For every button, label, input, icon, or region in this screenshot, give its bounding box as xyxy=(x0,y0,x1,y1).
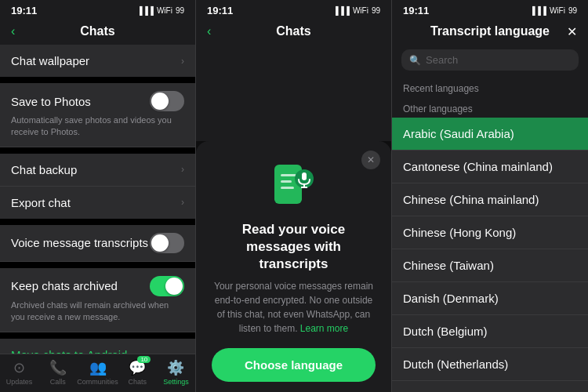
lang-chinese-taiwan[interactable]: Chinese (Taiwan) xyxy=(392,249,588,282)
spacer-4 xyxy=(0,262,195,268)
communities-icon: 👥 xyxy=(89,359,107,376)
header-1: ‹ Chats xyxy=(0,20,195,45)
wifi-icon-1: WiFi xyxy=(157,6,172,15)
section-group-5: Keep chats archived Archived chats will … xyxy=(0,268,195,332)
save-to-photos-desc: Automatically save photos and videos you… xyxy=(11,114,184,139)
toggle-row-2: Voice message transcripts xyxy=(11,233,184,253)
lang-dutch-belgium[interactable]: Dutch (Belgium) xyxy=(392,315,588,348)
tab-communities[interactable]: 👥 Communities xyxy=(77,359,118,386)
popup-overlay: ✕ Read your voice messages with transcri… xyxy=(196,141,391,392)
lang-dutch-netherlands[interactable]: Dutch (Netherlands) xyxy=(392,348,588,381)
export-chat-item[interactable]: Export chat › xyxy=(0,187,195,219)
tab-updates[interactable]: ⊙ Updates xyxy=(0,359,38,386)
tab-chats[interactable]: 💬 10 Chats xyxy=(118,359,157,386)
move-android-label: Move chats to Android xyxy=(11,348,127,354)
battery-icon-1: 99 xyxy=(176,6,184,15)
search-bar: 🔍 xyxy=(401,49,579,71)
lang-danish[interactable]: Danish (Denmark) xyxy=(392,282,588,315)
popup-close-button[interactable]: ✕ xyxy=(361,151,380,169)
keep-archived-label: Keep chats archived xyxy=(11,279,118,292)
search-input[interactable] xyxy=(426,54,571,66)
export-chat-label: Export chat xyxy=(11,196,181,209)
status-bar-3: 19:11 ▐▐▐ WiFi 99 xyxy=(392,0,588,20)
tab-bar-1: ⊙ Updates 📞 Calls 👥 Communities 💬 10 Cha… xyxy=(0,354,195,392)
search-container: 🔍 xyxy=(392,45,588,77)
section-group-6: Move chats to Android Transfer chats to … xyxy=(0,339,195,354)
other-languages-header: Other languages xyxy=(392,97,588,118)
tab-calls[interactable]: 📞 Calls xyxy=(38,359,77,386)
panel-chats-popup: 19:11 ▐▐▐ WiFi 99 ‹ Chats Chat wallpaper… xyxy=(196,0,392,392)
lang-cantonese-china[interactable]: Cantonese (China mainland) xyxy=(392,151,588,183)
spacer-3 xyxy=(0,219,195,225)
toggle-knob-2 xyxy=(151,234,169,252)
status-time-3: 19:11 xyxy=(403,5,429,16)
svg-rect-1 xyxy=(281,174,296,176)
chat-wallpaper-label: Chat wallpaper xyxy=(11,54,181,67)
chats-badge-wrapper: 💬 10 xyxy=(129,359,146,376)
move-android-item[interactable]: Move chats to Android xyxy=(0,339,195,354)
header-title-3: Transcript language xyxy=(430,24,550,38)
chat-backup-label: Chat backup xyxy=(11,163,181,176)
battery-icon-2: 99 xyxy=(372,6,380,15)
lang-chinese-hongkong[interactable]: Chinese (Hong Kong) xyxy=(392,216,588,249)
settings-label: Settings xyxy=(163,378,189,386)
tab-settings[interactable]: ⚙️ Settings xyxy=(157,359,195,386)
popup-icon xyxy=(267,157,321,212)
close-button-3[interactable]: ✕ xyxy=(567,24,577,39)
wifi-icon-2: WiFi xyxy=(353,6,368,15)
panel-chats-settings: 19:11 ▐▐▐ WiFi 99 ‹ Chats Chat wallpaper… xyxy=(0,0,196,392)
status-time-2: 19:11 xyxy=(207,5,233,16)
popup-desc: Your personal voice messages remain end-… xyxy=(212,279,376,336)
voice-transcripts-label: Voice message transcripts xyxy=(11,236,148,249)
export-chat-chevron: › xyxy=(181,197,184,208)
updates-label: Updates xyxy=(6,378,33,386)
settings-list-1: Chat wallpaper › Save to Photos Automati… xyxy=(0,45,195,354)
lang-english-australia[interactable]: English (Australia) xyxy=(392,381,588,392)
status-bar-2: 19:11 ▐▐▐ WiFi 99 xyxy=(196,0,391,20)
learn-more-link[interactable]: Learn more xyxy=(300,323,348,334)
header-2: ‹ Chats xyxy=(196,20,391,45)
choose-language-button[interactable]: Choose language xyxy=(212,348,376,382)
section-group-2: Save to Photos Automatically save photos… xyxy=(0,83,195,147)
chat-wallpaper-item[interactable]: Chat wallpaper › xyxy=(0,45,195,77)
settings-icon: ⚙️ xyxy=(167,359,184,376)
communities-label: Communities xyxy=(77,378,118,386)
save-to-photos-toggle[interactable] xyxy=(150,91,184,111)
section-group-4: Voice message transcripts xyxy=(0,225,195,262)
chat-backup-item[interactable]: Chat backup › xyxy=(0,154,195,187)
wifi-icon-3: WiFi xyxy=(550,6,565,15)
popup-title: Read your voice messages with transcript… xyxy=(212,221,376,273)
recent-languages-header: Recent languages xyxy=(392,77,588,97)
voice-transcripts-item: Voice message transcripts xyxy=(0,225,195,262)
keep-archived-item: Keep chats archived Archived chats will … xyxy=(0,268,195,332)
battery-icon-3: 99 xyxy=(568,6,577,15)
spacer-2 xyxy=(0,147,195,154)
keep-archived-toggle[interactable] xyxy=(150,276,184,296)
back-button-2[interactable]: ‹ xyxy=(207,24,211,38)
save-to-photos-item: Save to Photos Automatically save photos… xyxy=(0,83,195,147)
lang-chinese-mainland[interactable]: Chinese (China mainland) xyxy=(392,183,588,216)
calls-icon: 📞 xyxy=(49,359,67,376)
svg-rect-2 xyxy=(281,180,292,183)
voice-transcripts-toggle[interactable] xyxy=(150,233,184,253)
chat-wallpaper-chevron: › xyxy=(181,56,184,67)
status-icons-3: ▐▐▐ WiFi 99 xyxy=(530,6,577,15)
toggle-knob-1 xyxy=(151,93,169,110)
spacer-5 xyxy=(0,332,195,339)
language-list: Arabic (Saudi Arabia) Cantonese (China m… xyxy=(392,118,588,392)
panel-transcript-language: 19:11 ▐▐▐ WiFi 99 Transcript language ✕ … xyxy=(392,0,588,392)
toggle-row-1: Save to Photos xyxy=(11,91,184,111)
search-icon: 🔍 xyxy=(409,55,421,66)
header-title-2: Chats xyxy=(276,24,310,38)
back-button-1[interactable]: ‹ xyxy=(11,24,15,38)
signal-icon-2: ▐▐▐ xyxy=(333,6,350,15)
chats-badge: 10 xyxy=(137,356,151,363)
status-icons-2: ▐▐▐ WiFi 99 xyxy=(333,6,380,15)
toggle-knob-3 xyxy=(165,278,183,295)
status-icons-1: ▐▐▐ WiFi 99 xyxy=(137,6,184,15)
header-3: Transcript language ✕ xyxy=(392,20,588,45)
svg-rect-3 xyxy=(281,187,294,189)
spacer-1 xyxy=(0,77,195,83)
chats-label: Chats xyxy=(129,378,147,386)
lang-arabic-saudi[interactable]: Arabic (Saudi Arabia) xyxy=(392,118,588,151)
